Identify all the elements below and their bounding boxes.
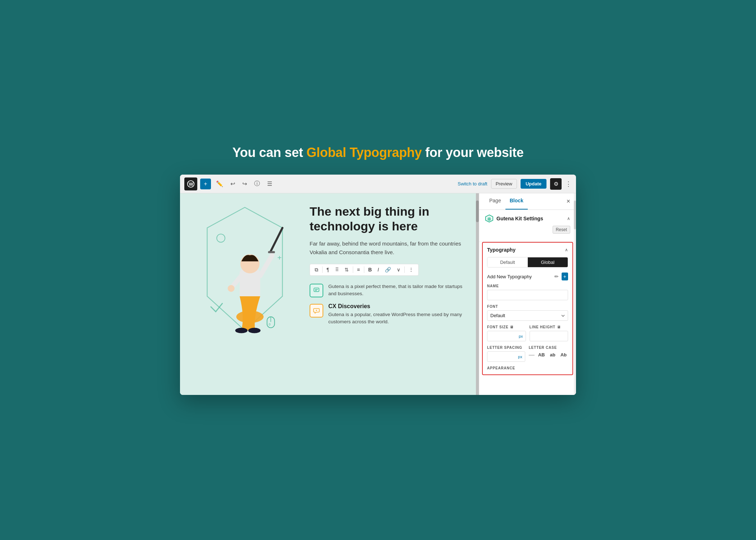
feature-icon-1 — [310, 284, 323, 297]
appearance-label: APPEARANCE — [487, 366, 568, 370]
italic-format-btn[interactable]: I — [376, 266, 381, 274]
font-label: FONT — [487, 305, 568, 309]
monitor-icon: 🖥 — [510, 325, 514, 329]
undo-button[interactable]: ↩ — [228, 179, 237, 189]
more-rich-btn[interactable]: ∨ — [395, 266, 402, 274]
svg-rect-6 — [240, 269, 260, 300]
editor-toolbar: W + ✏️ ↩ ↪ ⓘ ☰ Switch to draft Preview U… — [180, 175, 576, 193]
list-view-button[interactable]: ☰ — [265, 179, 274, 189]
lowercase-case-btn[interactable]: ab — [548, 351, 557, 358]
name-field-row: NAME — [487, 284, 568, 300]
canvas-area: + — [180, 193, 479, 395]
gutena-logo-icon — [485, 214, 494, 223]
titlecase-case-btn[interactable]: Ab — [559, 351, 568, 358]
toolbar-divider3 — [364, 266, 364, 273]
reset-button[interactable]: Reset — [553, 226, 570, 234]
letter-spacing-field: LETTER SPACING px — [487, 346, 525, 362]
gear-icon: ⚙ — [554, 181, 558, 187]
feature-2-text: Gutena is a popular, creative WordPress … — [328, 311, 468, 326]
gutena-kit-label: Gutena Kit Settings — [496, 216, 543, 221]
font-select[interactable]: Default Arial Georgia Helvetica Times Ne… — [487, 310, 568, 321]
paragraph-format-btn[interactable]: ¶ — [325, 266, 331, 274]
global-toggle-btn[interactable]: Global — [528, 257, 568, 267]
font-size-label: FONT SIZE 🖥 — [487, 325, 526, 329]
add-typography-label: Add New Typography — [487, 274, 532, 279]
gutena-kit-section: Gutena Kit Settings ∧ Reset — [479, 210, 576, 242]
hero-title-before: You can set — [232, 145, 306, 160]
canvas-description: Far far away, behind the word mountains,… — [310, 239, 468, 257]
tab-page[interactable]: Page — [485, 193, 505, 210]
typography-toggle-group: Default Global — [487, 257, 568, 267]
sidebar-tabs: Page Block × — [479, 193, 576, 210]
more-options-button[interactable]: ⋮ — [565, 180, 572, 188]
svg-rect-18 — [314, 288, 319, 292]
canvas-inner: + — [180, 193, 479, 395]
browser-window: W + ✏️ ↩ ↪ ⓘ ☰ Switch to draft Preview U… — [180, 175, 576, 395]
settings-button[interactable]: ⚙ — [550, 178, 562, 190]
switch-to-draft-button[interactable]: Switch to draft — [458, 181, 487, 186]
add-typography-row: Add New Typography ✏ + — [487, 273, 568, 280]
svg-text:W: W — [189, 181, 194, 186]
line-height-field: LINE HEIGHT 🖥 — [530, 325, 568, 341]
line-height-input[interactable] — [530, 331, 568, 341]
move-format-btn[interactable]: ⇅ — [343, 266, 351, 274]
toolbar-divider — [322, 266, 323, 273]
svg-point-21 — [316, 310, 317, 311]
preview-button[interactable]: Preview — [491, 179, 517, 189]
sidebar-scrollbar[interactable] — [574, 193, 576, 395]
info-button[interactable]: ⓘ — [252, 179, 262, 189]
case-dash: — — [529, 352, 535, 358]
tab-block[interactable]: Block — [505, 193, 528, 210]
sidebar-close-button[interactable]: × — [566, 193, 570, 210]
typography-chevron[interactable]: ∧ — [565, 247, 568, 252]
edit-typography-button[interactable]: ✏ — [554, 273, 559, 280]
svg-line-8 — [260, 255, 272, 276]
update-button[interactable]: Update — [521, 179, 546, 189]
hero-title-after: for your website — [422, 145, 524, 160]
name-input[interactable] — [487, 290, 568, 300]
options-format-btn[interactable]: ⋮ — [407, 266, 415, 274]
feature-icon-2 — [310, 304, 323, 318]
svg-point-3 — [217, 234, 225, 242]
letter-case-label: LETTER CASE — [529, 346, 568, 350]
pencil-icon-button[interactable]: ✏️ — [214, 179, 225, 189]
svg-text:0: 0 — [269, 323, 271, 326]
canvas-scrollbar[interactable] — [476, 193, 479, 395]
font-size-input[interactable] — [487, 331, 526, 341]
font-size-field: FONT SIZE 🖥 px — [487, 325, 526, 341]
drag-format-btn[interactable]: ⠿ — [333, 266, 341, 274]
add-typography-icons: ✏ + — [554, 273, 568, 280]
bold-format-btn[interactable]: B — [366, 266, 374, 274]
feature-item-2: CX Discoveries Gutena is a popular, crea… — [310, 303, 468, 326]
hero-title-highlight: Global Typography — [306, 145, 422, 160]
link-format-btn[interactable]: 🔗 — [383, 266, 393, 274]
toolbar-right-actions: Switch to draft Preview Update ⚙ ⋮ — [458, 178, 572, 190]
feature-1-text: Gutena is a pixel perfect theme, that is… — [328, 283, 468, 298]
font-field-row: FONT Default Arial Georgia Helvetica Tim… — [487, 305, 568, 321]
align-format-btn[interactable]: ≡ — [355, 266, 362, 274]
add-typography-button[interactable]: + — [562, 273, 568, 280]
feature-2-content: CX Discoveries Gutena is a popular, crea… — [328, 303, 468, 326]
redo-button[interactable]: ↪ — [240, 179, 249, 189]
plus-icon: + — [204, 181, 207, 187]
format-toolbar: ⧉ ¶ ⠿ ⇅ ≡ B I 🔗 ∨ ⋮ — [310, 264, 419, 276]
default-toggle-btn[interactable]: Default — [487, 257, 528, 267]
canvas-main-title: The next big thing in technology is here — [310, 204, 468, 234]
add-block-button[interactable]: + — [200, 179, 211, 189]
letter-spacing-input-wrapper: px — [487, 351, 525, 362]
gutena-kit-chevron[interactable]: ∧ — [567, 216, 570, 221]
monitor-icon-2: 🖥 — [557, 325, 561, 329]
svg-point-12 — [228, 285, 235, 292]
uppercase-case-btn[interactable]: AB — [537, 351, 546, 358]
line-height-label: LINE HEIGHT 🖥 — [530, 325, 568, 329]
typography-panel-title: Typography — [487, 247, 516, 253]
typography-panel-header: Typography ∧ — [487, 247, 568, 253]
svg-text:+: + — [277, 253, 282, 262]
letter-spacing-input[interactable] — [487, 351, 525, 362]
gutena-kit-header: Gutena Kit Settings ∧ — [485, 214, 570, 223]
editor-body: + — [180, 193, 576, 395]
toolbar-divider2 — [353, 266, 353, 273]
wp-logo: W — [184, 177, 197, 190]
duplicate-format-btn[interactable]: ⧉ — [313, 266, 320, 274]
letter-spacing-label: LETTER SPACING — [487, 346, 525, 350]
